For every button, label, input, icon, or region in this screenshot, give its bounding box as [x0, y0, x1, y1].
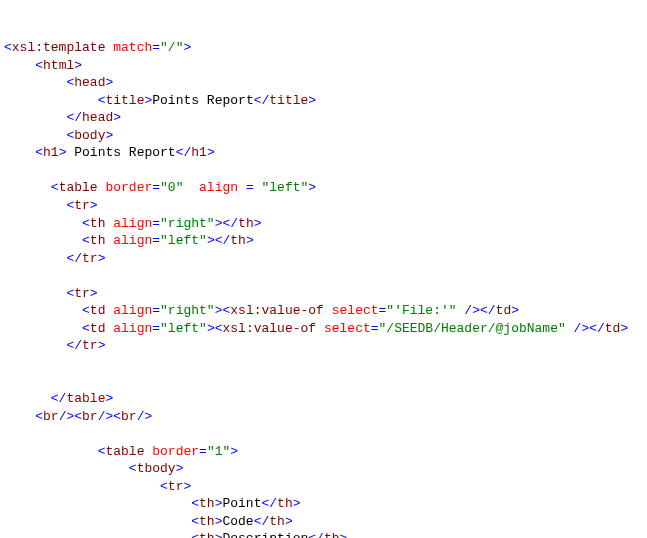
code-token: > [98, 251, 106, 266]
code-token: td [496, 303, 512, 318]
code-token: /> [566, 321, 589, 336]
code-token: > [98, 338, 106, 353]
code-token: </ [51, 391, 67, 406]
code-token: th [199, 531, 215, 538]
code-token: tr [74, 286, 90, 301]
code-token [4, 531, 191, 538]
code-token: </ [66, 251, 82, 266]
code-token: xsl:value-of [223, 321, 317, 336]
code-token: > [207, 145, 215, 160]
code-token: > [74, 58, 82, 73]
code-token: = [371, 321, 379, 336]
code-token: table [105, 444, 144, 459]
code-token: "/SEEDB/Header/@jobName" [379, 321, 566, 336]
code-token: </ [254, 93, 270, 108]
code-token: = [152, 216, 160, 231]
code-token: > [113, 110, 121, 125]
code-token: "right" [160, 216, 215, 231]
code-token: head [74, 75, 105, 90]
code-token: < [35, 409, 43, 424]
code-token: align [105, 303, 152, 318]
code-token [4, 216, 82, 231]
code-token: align [105, 216, 152, 231]
code-token: "'File:'" [386, 303, 456, 318]
code-token: </ [589, 321, 605, 336]
code-token: </ [254, 514, 270, 529]
code-token [4, 409, 35, 424]
code-token: < [129, 461, 137, 476]
code-token: > [285, 514, 293, 529]
code-token: Points Report [66, 145, 175, 160]
code-token: th [90, 233, 106, 248]
code-token: </ [66, 338, 82, 353]
code-token: br [82, 409, 98, 424]
code-token: align [105, 321, 152, 336]
code-token: < [82, 216, 90, 231]
code-token: > [90, 286, 98, 301]
code-token: th [199, 496, 215, 511]
code-token: th [269, 514, 285, 529]
code-token: > [183, 40, 191, 55]
code-token: align [183, 180, 238, 195]
code-token: = [152, 233, 160, 248]
code-token: = [152, 303, 160, 318]
code-token: = [152, 180, 160, 195]
code-token: th [199, 514, 215, 529]
code-token: html [43, 58, 74, 73]
code-token: < [191, 514, 199, 529]
code-token: > [176, 461, 184, 476]
code-token [4, 233, 82, 248]
code-token: align [105, 233, 152, 248]
code-token: < [160, 479, 168, 494]
code-token: border [144, 444, 199, 459]
code-token: </ [480, 303, 496, 318]
code-token: > [620, 321, 628, 336]
code-token: > [105, 128, 113, 143]
code-token: "right" [160, 303, 215, 318]
code-token [4, 128, 66, 143]
code-token: ></ [207, 233, 230, 248]
code-token: select [316, 321, 371, 336]
code-token: = [152, 40, 160, 55]
code-token: > [511, 303, 519, 318]
code-token: title [269, 93, 308, 108]
code-token: "/" [160, 40, 183, 55]
code-token: > [183, 479, 191, 494]
code-token: < [35, 145, 43, 160]
code-token: xsl:template [12, 40, 106, 55]
code-token: = [199, 444, 207, 459]
code-token: > [308, 93, 316, 108]
code-token [4, 479, 160, 494]
code-token: td [90, 321, 106, 336]
code-token: < [4, 40, 12, 55]
code-token: select [324, 303, 379, 318]
code-token [4, 198, 66, 213]
code-token [4, 514, 191, 529]
code-token: "left" [160, 321, 207, 336]
code-token: > [293, 496, 301, 511]
code-token [4, 338, 66, 353]
code-token: th [277, 496, 293, 511]
code-token: border [98, 180, 153, 195]
code-token: tr [74, 198, 90, 213]
code-token: ></ [215, 216, 238, 231]
code-token [4, 444, 98, 459]
code-token: < [35, 58, 43, 73]
code-block: <xsl:template match="/"> <html> <head> <… [4, 39, 643, 538]
code-token: title [105, 93, 144, 108]
code-token [4, 180, 51, 195]
code-token: > [308, 180, 316, 195]
code-token: td [90, 303, 106, 318]
code-token: < [191, 496, 199, 511]
code-token: </ [66, 110, 82, 125]
code-token: </ [176, 145, 192, 160]
code-token: table [66, 391, 105, 406]
code-token: = [152, 321, 160, 336]
code-token: "left" [160, 233, 207, 248]
code-token: "1" [207, 444, 230, 459]
code-token: > [105, 391, 113, 406]
code-token: body [74, 128, 105, 143]
code-token: th [324, 531, 340, 538]
code-token: td [605, 321, 621, 336]
code-token: Points Report [152, 93, 253, 108]
